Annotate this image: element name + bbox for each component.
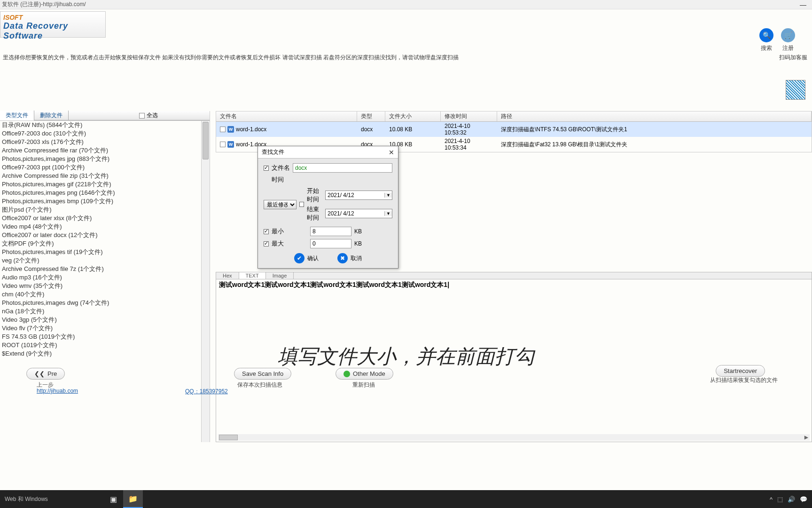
refresh-icon bbox=[344, 371, 350, 377]
end-time-label: 结束时间 bbox=[307, 205, 323, 222]
tree-item[interactable]: Archive Compressed file 7z (1个文件) bbox=[0, 265, 210, 273]
task-view-icon[interactable]: ▣ bbox=[103, 490, 123, 508]
tree-item[interactable]: Photos,pictures,images dwg (74个文件) bbox=[0, 299, 210, 307]
tree-item[interactable]: Office97-2003 doc (310个文件) bbox=[0, 129, 210, 138]
select-all[interactable]: 全选 bbox=[139, 111, 210, 119]
brand-text: ISOFT bbox=[3, 14, 102, 21]
row-checkbox[interactable] bbox=[220, 142, 226, 147]
start-recover-button[interactable]: Startrecover bbox=[716, 365, 765, 377]
site-link[interactable]: http://jihuab.com bbox=[37, 388, 78, 394]
filename-checkbox[interactable] bbox=[264, 166, 269, 171]
tree-item[interactable]: Photos,pictures,images tif (19个文件) bbox=[0, 248, 210, 256]
search-button[interactable]: 🔍 bbox=[759, 28, 773, 42]
tree-item[interactable]: 目录(RAW Ntfs) (5844个文件) bbox=[0, 121, 210, 129]
tree-item[interactable]: Office97-2003 ppt (100个文件) bbox=[0, 163, 210, 172]
app-icon[interactable]: 📁 bbox=[123, 490, 143, 508]
time-mode-select[interactable]: 最近修改时 bbox=[264, 200, 297, 209]
tree-item[interactable]: Office97-2003 xls (176个文件) bbox=[0, 138, 210, 146]
minimize-button[interactable]: — bbox=[796, 1, 810, 8]
tree-item[interactable]: Archive Compressed file zip (31个文件) bbox=[0, 172, 210, 180]
tree-item[interactable]: Photos,pictures,images jpg (883个文件) bbox=[0, 155, 210, 163]
col-type[interactable]: 类型 bbox=[357, 111, 385, 121]
x-icon: ✖ bbox=[337, 253, 348, 263]
tree-item[interactable]: Video wmv (35个文件) bbox=[0, 282, 210, 290]
tree-item[interactable]: Video mp4 (48个文件) bbox=[0, 222, 210, 231]
tray-notifications-icon[interactable]: 💬 bbox=[800, 496, 807, 503]
scroll-right-icon[interactable]: ▶ bbox=[803, 434, 810, 441]
tree-item[interactable]: Office2007 or later docx (12个文件) bbox=[0, 231, 210, 239]
tab-deleted-files[interactable]: 删除文件 bbox=[34, 111, 69, 120]
min-size-label: 最小 bbox=[272, 227, 284, 236]
prev-button[interactable]: ❮❮ Pre bbox=[26, 368, 65, 380]
instruction-text: 里选择你想要恢复的文件，预览或者点击开始恢复按钮保存文件 如果没有找到你需要的文… bbox=[3, 54, 459, 61]
col-filename[interactable]: 文件名 bbox=[216, 111, 357, 121]
filename-label: 文件名 bbox=[272, 164, 290, 172]
preview-hscroll[interactable]: ◀ ▶ bbox=[218, 434, 810, 441]
preview-tab-text[interactable]: TEXT bbox=[239, 272, 266, 279]
dialog-titlebar[interactable]: 查找文件 ✕ bbox=[258, 146, 398, 159]
search-label: 搜索 bbox=[759, 44, 773, 52]
row-checkbox[interactable] bbox=[220, 127, 226, 132]
chevron-down-icon[interactable]: ▼ bbox=[384, 193, 392, 198]
tree-item[interactable]: FS 74.53 GB (1019个文件) bbox=[0, 333, 210, 341]
min-size-input[interactable] bbox=[310, 227, 351, 236]
register-button[interactable]: 🛒 bbox=[781, 28, 795, 42]
tree-item[interactable]: veg (2个文件) bbox=[0, 256, 210, 265]
tree-item[interactable]: 文档PDF (9个文件) bbox=[0, 239, 210, 248]
preview-tab-hex[interactable]: Hex bbox=[216, 272, 239, 279]
cancel-button[interactable]: ✖ 取消 bbox=[337, 253, 362, 263]
tree-item[interactable]: Archive Compressed file rar (70个文件) bbox=[0, 146, 210, 155]
instruction-right: 扫码加客服 bbox=[779, 54, 807, 62]
qq-link[interactable]: QQ：185397952 bbox=[185, 388, 228, 396]
min-size-checkbox[interactable] bbox=[264, 229, 269, 234]
system-tray[interactable]: ^ ⬚ 🔊 💬 bbox=[765, 496, 812, 503]
min-unit: KB bbox=[354, 228, 362, 235]
tray-volume-icon[interactable]: 🔊 bbox=[788, 496, 795, 503]
col-mtime[interactable]: 修改时间 bbox=[441, 111, 497, 121]
tree-item[interactable]: Photos,pictures,images png (1646个文件) bbox=[0, 189, 210, 197]
col-path[interactable]: 路径 bbox=[497, 111, 812, 121]
tree-item[interactable]: Audio mp3 (16个文件) bbox=[0, 273, 210, 282]
tree-item[interactable]: Video flv (7个文件) bbox=[0, 324, 210, 333]
tree-item[interactable]: 图片psd (7个文件) bbox=[0, 206, 210, 214]
left-tabs: 类型文件 删除文件 全选 bbox=[0, 111, 210, 120]
other-mode-button[interactable]: Other Mode bbox=[336, 368, 393, 380]
preview-tab-image[interactable]: Image bbox=[266, 272, 294, 279]
tray-up-icon[interactable]: ^ bbox=[770, 496, 773, 503]
time-label: 时间 bbox=[272, 175, 284, 184]
find-file-dialog: 查找文件 ✕ 文件名 时间 最近修改时 开始时间 ▼ 结束时间 ▼ bbox=[258, 146, 398, 269]
tree-item[interactable]: Photos,pictures,images gif (2218个文件) bbox=[0, 180, 210, 189]
header: ISOFT Data Recovery Software 🔍 搜索 🛒 注册 bbox=[0, 9, 812, 52]
tree-item[interactable]: Photos,pictures,images bmp (109个文件) bbox=[0, 197, 210, 206]
tagline-text: Data Recovery Software bbox=[3, 21, 102, 41]
max-size-input[interactable] bbox=[310, 239, 351, 248]
tray-network-icon[interactable]: ⬚ bbox=[777, 496, 783, 503]
col-size[interactable]: 文件大小 bbox=[385, 111, 441, 121]
ok-button[interactable]: ✔ 确认 bbox=[294, 253, 319, 263]
other-sublabel: 重新扫描 bbox=[345, 381, 383, 389]
table-row[interactable]: Wword-1.docxdocx10.08 KB2021-4-10 10:53:… bbox=[216, 122, 812, 137]
max-size-label: 最大 bbox=[272, 239, 284, 248]
docx-icon: W bbox=[227, 126, 234, 133]
end-date-input[interactable] bbox=[326, 209, 384, 218]
windows-taskbar[interactable]: Web 和 Windows ▣ 📁 ^ ⬚ 🔊 💬 bbox=[0, 490, 812, 508]
time-range-checkbox[interactable] bbox=[299, 202, 304, 207]
start-time-label: 开始时间 bbox=[307, 187, 323, 204]
tab-type-files[interactable]: 类型文件 bbox=[0, 111, 34, 120]
tree-item[interactable]: Office2007 or later xlsx (8个文件) bbox=[0, 214, 210, 222]
taskbar-search[interactable]: Web 和 Windows bbox=[0, 495, 103, 503]
chevrons-left-icon: ❮❮ bbox=[34, 370, 45, 377]
tree-item[interactable]: nGa (18个文件) bbox=[0, 307, 210, 316]
chevron-down-icon[interactable]: ▼ bbox=[384, 211, 392, 216]
filename-input[interactable] bbox=[293, 163, 392, 173]
start-date-input[interactable] bbox=[326, 191, 384, 199]
max-size-checkbox[interactable] bbox=[264, 241, 269, 246]
select-all-checkbox[interactable] bbox=[139, 113, 145, 119]
tree-item[interactable]: chm (40个文件) bbox=[0, 290, 210, 299]
search-icon: 🔍 bbox=[763, 32, 771, 39]
save-scan-button[interactable]: Save Scan Info bbox=[234, 368, 291, 380]
close-icon[interactable]: ✕ bbox=[389, 149, 394, 156]
tree-item[interactable]: Video 3gp (5个文件) bbox=[0, 316, 210, 324]
start-sublabel: 从扫描结果恢复勾选的文件 bbox=[704, 376, 784, 384]
dialog-title: 查找文件 bbox=[262, 148, 284, 156]
